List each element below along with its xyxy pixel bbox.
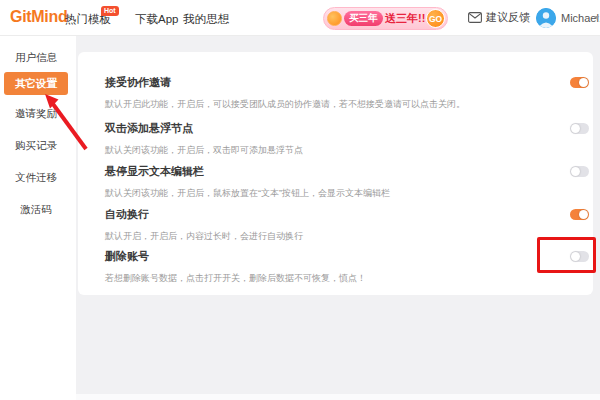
toggle-hover-text-toolbar[interactable] xyxy=(570,166,589,177)
promo-go-button[interactable]: GO xyxy=(426,9,445,28)
gift-icon xyxy=(327,11,342,26)
hot-badge: Hot xyxy=(101,6,119,16)
promo-tag: 买三年 xyxy=(344,11,383,26)
setting-title: 接受协作邀请 xyxy=(105,75,591,89)
setting-description: 默认开启，开启后，内容过长时，会进行自动换行 xyxy=(105,230,591,242)
setting-description: 若想删除账号数据，点击打开开关，删除后数据不可恢复，慎点！ xyxy=(105,272,591,284)
toggle-knob xyxy=(571,124,580,133)
nav-my-mind[interactable]: 我的思想 xyxy=(183,12,229,27)
sidebar-item-other-settings[interactable]: 其它设置 xyxy=(4,72,68,95)
setting-accept-collab-invite: 接受协作邀请 默认开启此功能，开启后，可以接受团队成员的协作邀请，若不想接受邀请… xyxy=(105,75,591,110)
toggle-knob xyxy=(579,78,588,87)
bottom-strip xyxy=(0,394,600,400)
toggle-knob xyxy=(571,167,580,176)
toggle-auto-wrap[interactable] xyxy=(570,209,589,220)
sidebar: 用户信息 其它设置 邀请奖励 购买记录 文件迁移 激活码 xyxy=(0,36,76,400)
setting-description: 默认关闭该功能，开启后，鼠标放置在“文本”按钮上，会显示文本编辑栏 xyxy=(105,187,591,199)
sidebar-item-purchase-history[interactable]: 购买记录 xyxy=(4,134,68,157)
setting-dblclick-floating-node: 双击添加悬浮节点 默认关闭该功能，开启后，双击即可添加悬浮节点 xyxy=(105,121,591,156)
setting-title: 删除账号 xyxy=(105,249,591,263)
avatar[interactable] xyxy=(536,8,556,28)
setting-description: 默认关闭该功能，开启后，双击即可添加悬浮节点 xyxy=(105,144,591,156)
promo-text: 送三年!! xyxy=(385,11,427,26)
toggle-knob xyxy=(571,252,580,261)
sidebar-item-invite-rewards[interactable]: 邀请奖励 xyxy=(4,102,68,125)
setting-hover-text-toolbar: 悬停显示文本编辑栏 默认关闭该功能，开启后，鼠标放置在“文本”按钮上，会显示文本… xyxy=(105,164,591,199)
toggle-dblclick-floating-node[interactable] xyxy=(570,123,589,134)
nav-download-app[interactable]: 下载App xyxy=(135,12,178,27)
sidebar-item-activation-code[interactable]: 激活码 xyxy=(4,198,68,221)
user-icon xyxy=(536,8,556,28)
envelope-icon xyxy=(468,12,482,23)
top-bar: GitMind 热门模板 Hot 下载App 我的思想 买三年 送三年!! GO… xyxy=(0,0,600,36)
settings-panel: 接受协作邀请 默认开启此功能，开启后，可以接受团队成员的协作邀请，若不想接受邀请… xyxy=(78,52,593,295)
toggle-delete-account[interactable] xyxy=(570,251,589,262)
setting-title: 双击添加悬浮节点 xyxy=(105,121,591,135)
chevron-down-icon[interactable]: ▾ xyxy=(595,13,599,22)
gitmind-logo[interactable]: GitMind xyxy=(10,8,67,26)
sidebar-item-file-migration[interactable]: 文件迁移 xyxy=(4,166,68,189)
feedback-link[interactable]: 建议反馈 xyxy=(468,10,530,25)
toggle-knob xyxy=(579,210,588,219)
setting-delete-account: 删除账号 若想删除账号数据，点击打开开关，删除后数据不可恢复，慎点！ xyxy=(105,249,591,284)
setting-auto-wrap: 自动换行 默认开启，开启后，内容过长时，会进行自动换行 xyxy=(105,207,591,242)
setting-title: 自动换行 xyxy=(105,207,591,221)
setting-description: 默认开启此功能，开启后，可以接受团队成员的协作邀请，若不想接受邀请可以点击关闭。 xyxy=(105,98,591,110)
promo-banner[interactable]: 买三年 送三年!! GO xyxy=(323,7,448,30)
feedback-label: 建议反馈 xyxy=(486,10,530,25)
sidebar-item-user-info[interactable]: 用户信息 xyxy=(4,46,68,69)
setting-title: 悬停显示文本编辑栏 xyxy=(105,164,591,178)
toggle-accept-collab-invite[interactable] xyxy=(570,77,589,88)
